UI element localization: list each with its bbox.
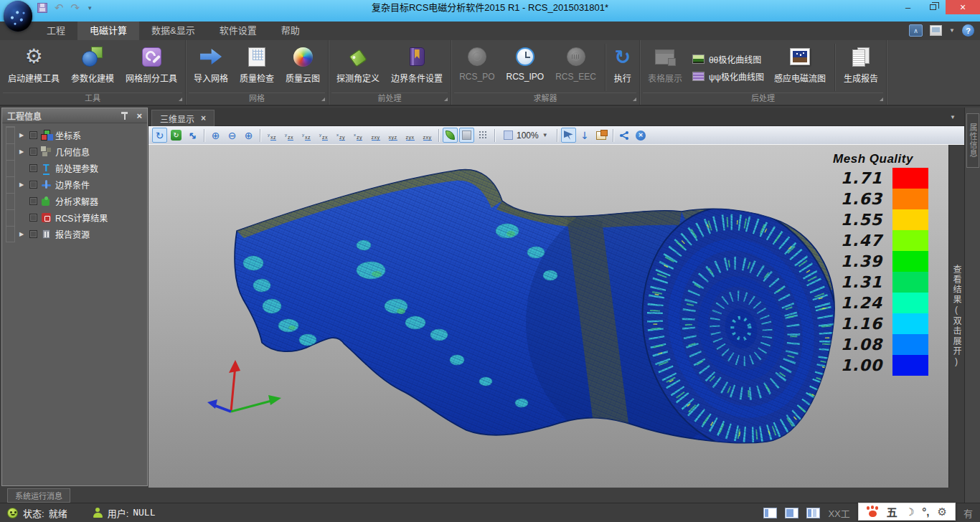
ribbon-group-postprocess: 表格展示 θθ极化曲线图 ψψ极化曲线图 感应电磁流图 (640, 40, 887, 105)
zoom-level-select[interactable]: 100% ▼ (499, 130, 553, 141)
orbit-tool-button[interactable]: ↻ (169, 128, 184, 143)
layout-split-panel-icon[interactable] (806, 508, 820, 518)
viewport-3d[interactable]: Mesh Quality 1.71 1.63 1.55 1.47 1.39 1.… (149, 145, 948, 488)
tree-item-geometry-info[interactable]: 几何信息 (2, 143, 147, 160)
checkbox[interactable] (29, 131, 37, 139)
rcs-ipo-button[interactable]: RCS_IPO (500, 42, 550, 92)
tab-close-icon[interactable]: × (201, 114, 206, 123)
expand-arrow-icon[interactable] (19, 133, 26, 138)
expand-arrow-icon[interactable] (19, 149, 26, 155)
expand-arrow-icon[interactable] (19, 232, 26, 237)
close-button[interactable]: × (946, 0, 980, 14)
generate-report-button[interactable]: 生成报告 (838, 42, 884, 92)
tree-item-boundary-conditions[interactable]: 边界条件 (2, 176, 147, 193)
copy-view-button[interactable] (594, 128, 609, 143)
redo-icon[interactable]: ↷ (71, 3, 80, 13)
quality-cloud-map-button[interactable]: 质量云图 (280, 42, 326, 92)
tab-3d-display[interactable]: 三维显示 × (151, 110, 215, 126)
minimize-button[interactable]: – (895, 0, 920, 14)
menu-tab-em-compute[interactable]: 电磁计算 (77, 22, 139, 40)
boundary-condition-setting-button[interactable]: 边界条件设置 (385, 42, 448, 92)
probe-angle-button[interactable]: 探测角定义 (331, 42, 385, 92)
quality-check-button[interactable]: 质量检查 (234, 42, 280, 92)
view-preset-button[interactable]: xzy (350, 128, 366, 143)
layout-wide-panel-icon[interactable] (785, 508, 798, 518)
menu-tab-settings[interactable]: 软件设置 (207, 22, 269, 40)
results-panel-collapsed[interactable]: 查看结果(双击展开) (948, 145, 964, 488)
ime-wubi-mode[interactable]: 五 (887, 504, 897, 519)
properties-panel-tab[interactable]: 属性信息 (966, 113, 979, 168)
view-preset-button[interactable]: xyz (385, 128, 400, 143)
pin-icon[interactable] (121, 111, 128, 120)
view-preset-button[interactable]: yzx (316, 128, 331, 143)
checkbox[interactable] (29, 214, 37, 222)
layout-left-panel-icon[interactable] (763, 508, 777, 518)
display-style-dropdown-icon[interactable]: ▼ (949, 27, 955, 34)
shaded-mode-button[interactable] (443, 128, 458, 143)
green-chart-icon (692, 54, 705, 64)
ime-punctuation-toggle[interactable]: °, (922, 506, 929, 518)
panel-close-icon[interactable]: × (136, 111, 142, 120)
view-preset-button[interactable]: yxz (298, 128, 314, 143)
ribbon-group-label: 网格 (189, 92, 325, 103)
zoom-in-button[interactable]: ⊕ (208, 128, 223, 143)
zoom-out-button[interactable]: ⊖ (225, 128, 240, 143)
menu-tab-help[interactable]: 帮助 (269, 22, 312, 40)
ime-paw-icon[interactable] (867, 506, 879, 517)
theta-polarization-curve-button[interactable]: θθ极化曲线图 (692, 53, 764, 65)
display-style-icon[interactable] (930, 25, 942, 36)
execute-button[interactable]: 执行 (608, 42, 637, 92)
view-preset-button[interactable]: yzx (281, 128, 297, 143)
checkbox[interactable] (29, 181, 37, 189)
tree-item-solver[interactable]: 分析求解器 (2, 193, 147, 209)
rotate-tool-button[interactable]: ↻ (152, 128, 167, 143)
induced-current-map-button[interactable]: 感应电磁流图 (768, 42, 831, 92)
psi-polarization-curve-button[interactable]: ψψ极化曲线图 (692, 70, 764, 82)
surface-mode-button[interactable] (459, 128, 474, 143)
pan-tool-button[interactable]: ↔ (185, 128, 200, 143)
view-preset-button[interactable]: zxy (419, 128, 435, 143)
zoom-dropdown-icon[interactable]: ▼ (542, 132, 548, 138)
results-panel-tab[interactable]: 查看结果(双击展开) (951, 265, 963, 368)
tree-item-coordinate-system[interactable]: 坐标系 (2, 127, 147, 143)
expand-arrow-icon[interactable] (19, 182, 26, 188)
help-icon[interactable]: ? (962, 24, 974, 37)
undo-icon[interactable]: ↶ (55, 3, 64, 13)
select-tool-button[interactable] (561, 128, 576, 143)
parametric-modeling-button[interactable]: 参数化建模 (65, 42, 120, 92)
checkbox[interactable] (29, 197, 37, 205)
ime-settings-icon[interactable]: ⚙ (938, 506, 947, 518)
menu-tab-data-display[interactable]: 数据&显示 (139, 22, 207, 40)
share-view-button[interactable] (617, 128, 632, 143)
view-preset-button[interactable]: xzy (333, 128, 349, 143)
checkbox[interactable] (29, 230, 37, 238)
checkbox[interactable] (29, 148, 37, 156)
report-resource-icon (41, 229, 52, 239)
zoom-fit-button[interactable]: ⊕ (241, 128, 256, 143)
ribbon-divider (605, 44, 606, 91)
status-bar-right: XX工 五 ☽ °, ⚙ 有 (763, 505, 973, 521)
grid-toggle-button[interactable] (476, 128, 491, 143)
checkbox[interactable] (29, 164, 37, 172)
close-view-button[interactable]: × (633, 128, 649, 143)
launch-modeler-button[interactable]: 启动建模工具 (2, 42, 65, 92)
tree-item-preprocess-params[interactable]: 前处理参数 (2, 160, 147, 176)
collapse-ribbon-icon[interactable]: ∧ (909, 24, 923, 37)
view-preset-button[interactable]: yxz (264, 128, 280, 143)
tab-list-dropdown-icon[interactable]: ▼ (950, 114, 956, 120)
restore-button[interactable] (920, 0, 946, 14)
view-preset-button[interactable]: zyx (402, 128, 418, 143)
system-message-tab[interactable]: 系统运行消息 (7, 488, 70, 503)
view-preset-button[interactable]: zxy (367, 128, 383, 143)
tree-item-rcs-results[interactable]: RCS计算结果 (2, 209, 147, 226)
import-mesh-button[interactable]: 导入网格 (188, 42, 234, 92)
quick-access-dropdown-icon[interactable]: ▼ (87, 5, 93, 11)
ribbon-group-preprocess: 探测角定义 边界条件设置 前处理 (329, 40, 451, 105)
mesh-partition-tool-button[interactable]: 网格剖分工具 (120, 42, 183, 92)
menu-tab-project[interactable]: 工程 (34, 22, 77, 40)
move-down-button[interactable]: ↓ (578, 128, 593, 143)
save-icon[interactable] (37, 3, 47, 13)
ime-halfwidth-icon[interactable]: ☽ (905, 506, 915, 518)
quick-access-toolbar: ↶ ↷ ▼ (37, 3, 93, 13)
tree-item-report-resources[interactable]: 报告资源 (2, 226, 147, 242)
